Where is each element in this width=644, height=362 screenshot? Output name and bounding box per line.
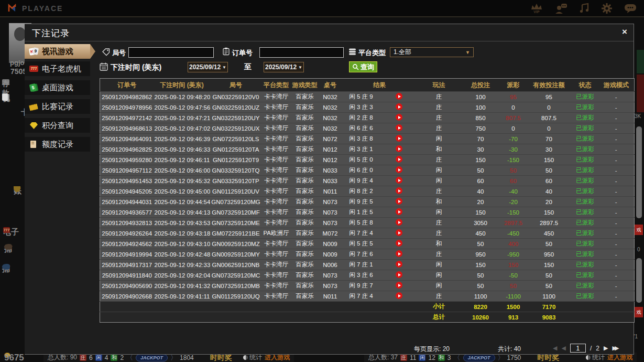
lobby-nav-label[interactable]: 捕	[2, 264, 10, 274]
round-cell: GN073259120MG	[210, 197, 262, 207]
platform-cell: 卡卡湾厅	[262, 144, 291, 155]
prev-page-icon[interactable]: ◀	[561, 345, 565, 352]
payout-cell: -70	[501, 134, 526, 144]
date-to-picker[interactable]: 2025/09/12▼	[264, 62, 304, 72]
replay-play-icon[interactable]	[396, 124, 402, 131]
platform-cell: 卡卡湾厅	[262, 92, 291, 102]
time-cell: 2025-09-12 09:48:20	[154, 92, 210, 102]
music-icon[interactable]	[579, 3, 590, 14]
close-icon[interactable]: ×	[622, 27, 627, 37]
lobby-nav-label[interactable]: 账	[14, 186, 21, 196]
lobby-nav-label[interactable]: 777电子	[3, 227, 19, 237]
scrollbar[interactable]	[636, 126, 642, 218]
replay-play-icon[interactable]	[396, 240, 402, 247]
sidebar-item-ticket[interactable]: 比赛记录	[25, 99, 90, 114]
clipboard-icon	[222, 47, 230, 56]
next-page-icon[interactable]: ▶	[604, 345, 608, 352]
replay-play-icon[interactable]	[396, 271, 402, 278]
replay-play-icon[interactable]	[396, 177, 402, 184]
replay-play-icon[interactable]	[396, 229, 402, 236]
bet-cell: 50	[461, 270, 501, 281]
order-input[interactable]	[259, 47, 344, 58]
divider	[25, 41, 634, 41]
replay-play-icon[interactable]	[396, 135, 402, 142]
replay-cell	[381, 123, 418, 134]
round-cell: GN006259120NB	[210, 260, 262, 270]
round-cell: GN032259120UZ	[210, 102, 262, 113]
replay-play-icon[interactable]	[396, 219, 402, 226]
platform-cell: 卡卡湾厅	[262, 102, 291, 113]
lobby-nav-label[interactable]: 捕	[4, 244, 12, 254]
bet-cell: 70	[461, 134, 501, 144]
sidebar-item-cards[interactable]: 视讯游戏	[25, 44, 90, 59]
valid-bet-cell: 40	[526, 186, 572, 197]
lobby-fragment	[637, 50, 644, 73]
player-badge: 闲	[419, 354, 425, 361]
replay-play-icon[interactable]	[396, 282, 402, 289]
table-header-row: 订单号 下注时间 (美东) 局号 平台类型 游戏类型 桌号 结果 玩法 总投注 …	[100, 79, 635, 92]
replay-play-icon[interactable]	[396, 292, 402, 299]
round-cell: GN073259120MB	[210, 281, 262, 291]
sidebar-item-doc[interactable]: 额度记录	[25, 137, 90, 152]
replay-play-icon[interactable]	[396, 198, 402, 205]
mode-cell: -	[598, 228, 635, 239]
status-cell: 已派彩	[572, 134, 598, 144]
replay-play-icon[interactable]	[396, 166, 402, 173]
result-cell: 闲 3 庄 3	[342, 102, 381, 113]
table-row: 250912094905690 2025-09-12 09:41:32 GN07…	[100, 281, 635, 291]
payout-cell: -40	[501, 186, 526, 197]
last-page-icon[interactable]: ▶▶	[612, 345, 619, 352]
mode-cell: -	[598, 218, 635, 228]
chat-icon[interactable]	[624, 3, 637, 14]
round-input[interactable]	[128, 47, 214, 58]
search-icon	[352, 63, 359, 70]
scrollbar[interactable]	[636, 258, 642, 303]
platform-cell: 卡卡湾厅	[262, 113, 291, 123]
platform-cell: 卡卡湾厅	[262, 270, 291, 281]
sidebar-item-slot[interactable]: 电子老虎机	[25, 61, 90, 76]
payout-cell: 0	[501, 123, 526, 134]
support-icon[interactable]	[555, 3, 567, 14]
replay-play-icon[interactable]	[396, 145, 402, 152]
date-from-picker[interactable]: 2025/09/12▼	[188, 62, 228, 72]
platform-cell: 卡卡湾厅	[262, 134, 291, 144]
replay-play-icon[interactable]	[396, 187, 402, 194]
table-row: 250912094936577 2025-09-12 09:44:13 GN07…	[100, 207, 635, 218]
result-cell: 闲 7 庄 6	[342, 249, 381, 260]
platform-cell: 卡卡湾厅	[262, 165, 291, 176]
lobby-nav-label[interactable]: 视	[2, 93, 10, 103]
valid-bet-cell: 50	[526, 270, 572, 281]
sidebar-item-tablegames[interactable]: 桌面游戏	[25, 80, 90, 95]
platform-cell: 卡卡湾厅	[262, 176, 291, 186]
result-cell: 闲 1 庄 5	[342, 207, 381, 218]
time-cell: 2025-09-12 09:46:39	[154, 134, 210, 144]
status-cell: 已派彩	[572, 228, 598, 239]
first-page-icon[interactable]: ◀	[553, 345, 557, 352]
platform-select[interactable]: 1.全部▼	[390, 47, 474, 57]
game-type-cell: 百家乐	[291, 92, 319, 102]
settings-icon[interactable]	[601, 3, 613, 14]
time-cell: 2025-09-12 09:44:54	[154, 197, 210, 207]
mode-cell: -	[598, 102, 635, 113]
valid-bet-cell: 807.5	[526, 113, 572, 123]
replay-play-icon[interactable]	[396, 156, 402, 163]
search-button[interactable]: 查询	[349, 61, 377, 72]
replay-play-icon[interactable]	[396, 114, 402, 121]
bet-cell: 40	[461, 186, 501, 197]
mode-cell: -	[598, 281, 635, 291]
table-row: 250912094951453 2025-09-12 09:45:32 GN03…	[100, 176, 635, 186]
replay-play-icon[interactable]	[396, 208, 402, 215]
replay-play-icon[interactable]	[396, 261, 402, 268]
replay-play-icon[interactable]	[396, 103, 402, 110]
replay-cell	[381, 186, 418, 197]
sidebar-item-diamond[interactable]: 积分查询	[25, 118, 90, 133]
replay-play-icon[interactable]	[396, 93, 402, 100]
method-cell: 闲	[418, 281, 461, 291]
vip-icon[interactable]: VIP	[530, 3, 543, 14]
replay-play-icon[interactable]	[396, 250, 402, 257]
table-no-cell: N032	[319, 113, 342, 123]
page-number-input[interactable]	[570, 344, 586, 353]
status-cell: 已派彩	[572, 165, 598, 176]
platform-cell: 卡卡湾厅	[262, 207, 291, 218]
playace-logo[interactable]: PLAYACE	[7, 3, 63, 14]
